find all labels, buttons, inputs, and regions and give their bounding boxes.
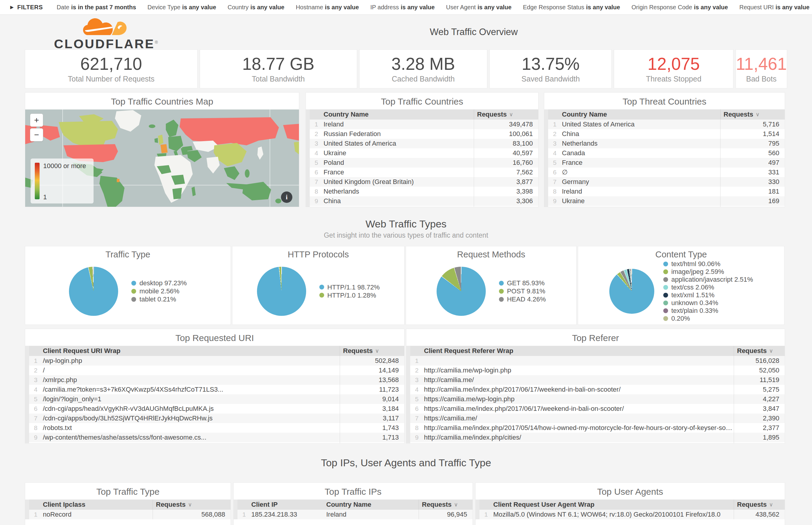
table-row[interactable]: 6 ∅ 331 xyxy=(548,167,785,177)
table-row[interactable]: 5 /login/?login_only=1 9,014 xyxy=(29,394,404,404)
legend-item[interactable]: unknown 0.34% xyxy=(663,300,753,306)
table-row[interactable]: 2 China 1,514 xyxy=(548,129,785,139)
table-row[interactable]: 6 /cdn-cgi/apps/head/xVgyKhR-vV3dAUGhMqf… xyxy=(29,404,404,414)
table-row[interactable]: 6 https://camilia.me/index.php/2017/06/1… xyxy=(410,404,785,414)
table-row[interactable]: 10 Singapore 159 xyxy=(548,206,785,207)
table-row[interactable]: 2 / 14,149 xyxy=(29,365,404,375)
filter-predicate: is any value xyxy=(325,4,359,11)
legend-item[interactable]: POST 9.81% xyxy=(499,288,546,295)
table-row[interactable]: 9 http://camilia.me/index.php/cities/ 1,… xyxy=(410,433,785,442)
table-row[interactable]: 1 /wp-login.php 502,848 xyxy=(29,356,404,365)
filter-chip[interactable]: Request URIis any value xyxy=(739,4,810,11)
legend-item[interactable]: text/xml 1.51% xyxy=(663,292,753,298)
table-row[interactable]: 9 China 3,306 xyxy=(310,196,538,206)
http-protocols-pie-chart[interactable] xyxy=(257,267,306,316)
legend-item[interactable]: tablet 0.21% xyxy=(131,296,187,303)
world-map[interactable]: + − 10000 or more 1 i xyxy=(25,109,299,207)
legend-item[interactable]: GET 85.93% xyxy=(499,280,546,286)
filter-predicate: is any value xyxy=(182,4,216,11)
table-row[interactable]: 3 Netherlands 795 xyxy=(548,139,785,148)
table-row[interactable]: 4 /camilia.me?token=s3+7k6XQvKwzp5/4XSs4… xyxy=(29,385,404,394)
legend-item[interactable]: mobile 2.56% xyxy=(131,288,187,295)
table-row[interactable]: 10 Canada 2,215 xyxy=(310,206,538,207)
legend-item[interactable]: HTTP/1.0 1.28% xyxy=(319,292,380,299)
column-requests-sort[interactable]: Requests∨ xyxy=(340,346,404,356)
registered-mark: ® xyxy=(155,40,159,45)
filters-label[interactable]: FILTERS xyxy=(17,4,43,11)
table-row[interactable]: 9 /wp-content/themes/ashe/assets/css/fon… xyxy=(29,433,404,442)
filter-chip[interactable]: Hostnameis any value xyxy=(296,4,359,11)
table-row[interactable]: 10 http://camilia.me/index.php/about/ 1,… xyxy=(410,442,785,444)
table-row[interactable]: 8 Netherlands 3,398 xyxy=(310,187,538,196)
table-row[interactable]: 8 Ireland 181 xyxy=(548,187,785,196)
table-row[interactable]: 3 http://camilia.me/ 11,519 xyxy=(410,375,785,385)
row-requests: 1,672 xyxy=(340,442,404,444)
legend-item[interactable]: 0.20% xyxy=(663,315,753,322)
filter-chip[interactable]: Device Typeis any value xyxy=(148,4,216,11)
column-requests-sort[interactable]: Requests∨ xyxy=(734,346,785,356)
legend-label: text/css 2.06% xyxy=(671,284,714,291)
filter-chip[interactable]: Edge Response Statusis any value xyxy=(523,4,620,11)
column-requests-sort[interactable]: Requests∨ xyxy=(474,109,538,120)
table-row[interactable]: 1 Ireland 349,478 xyxy=(310,120,538,129)
column-requests-sort[interactable]: Requests∨ xyxy=(734,499,785,510)
legend-item[interactable]: image/jpeg 2.59% xyxy=(663,269,753,275)
column-requests-sort[interactable]: Requests∨ xyxy=(418,499,473,510)
stat-value: 621,710 xyxy=(80,55,142,73)
legend-item[interactable]: desktop 97.23% xyxy=(131,280,187,286)
table-row[interactable]: 4 Canada 560 xyxy=(548,148,785,158)
table-row[interactable]: 2 Russian Federation 100,061 xyxy=(310,129,538,139)
row-uri: /cdn-cgi/apps/body/3Lh52SjWTQ4HRlErJykHq… xyxy=(41,415,340,422)
row-rank: 2 xyxy=(548,130,560,137)
table-row[interactable]: 1 noRecord 568,088 xyxy=(29,510,231,519)
table-row[interactable]: 5 https://camilia.me/wp-login.php 4,227 xyxy=(410,394,785,404)
table-row[interactable]: 2 http://camilia.me/wp-login.php 52,050 xyxy=(410,365,785,375)
legend-item[interactable]: application/javascript 2.51% xyxy=(663,276,753,283)
table-row[interactable]: 6 France 7,562 xyxy=(310,167,538,177)
table-row[interactable]: 1 516,028 xyxy=(410,356,785,365)
table-row[interactable]: 7 https://camilia.me/ 2,390 xyxy=(410,414,785,423)
table-row[interactable]: 3 United States of America 83,100 xyxy=(310,139,538,148)
table-row[interactable]: 9 Ukraine 169 xyxy=(548,196,785,206)
filter-chip[interactable]: Origin Response Codeis any value xyxy=(632,4,728,11)
table-row[interactable]: 7 /cdn-cgi/apps/body/3Lh52SjWTQ4HRlErJyk… xyxy=(29,414,404,423)
section-title: Web Traffic Types xyxy=(0,217,812,230)
table-row[interactable]: 7 United Kingdom (Great Britain) 3,877 xyxy=(310,177,538,187)
filters-caret-icon[interactable]: ▶ xyxy=(10,4,14,10)
table-row[interactable]: 5 Poland 16,760 xyxy=(310,158,538,167)
map-zoom-in-button[interactable]: + xyxy=(30,114,43,127)
map-info-icon[interactable]: i xyxy=(281,192,292,203)
table-row[interactable]: 1 United States of America 5,716 xyxy=(548,120,785,129)
legend-item[interactable]: HEAD 4.26% xyxy=(499,296,546,303)
table-row[interactable]: 5 France 497 xyxy=(548,158,785,167)
content-type-pie-chart[interactable] xyxy=(609,269,654,314)
traffic-type-pie-chart[interactable] xyxy=(69,267,118,316)
top-requested-uri-table: Client Request URI Wrap Requests∨ 1 /wp-… xyxy=(25,346,404,444)
row-requests: 11,519 xyxy=(734,375,785,385)
filter-chip[interactable]: Dateis in the past 7 months xyxy=(57,4,136,11)
table-row[interactable]: 1 Mozilla/5.0 (Windows NT 6.1; WOW64; rv… xyxy=(479,510,785,519)
request-methods-pie-chart[interactable] xyxy=(437,267,486,316)
table-header: Client IP Country Name Requests∨ xyxy=(237,499,473,510)
stats-row: 621,710 Total Number of Requests 18.77 G… xyxy=(25,49,787,88)
table-row[interactable]: 1 185.234.218.33 Ireland 96,945 xyxy=(237,510,473,519)
legend-item[interactable]: text/plain 0.33% xyxy=(663,308,753,314)
filter-bar: ▶ FILTERS Dateis in the past 7 months De… xyxy=(0,0,812,15)
column-requests-sort[interactable]: Requests∨ xyxy=(153,499,231,510)
table-row[interactable]: 10 /wp-content/themes/ashe/style.css?ver… xyxy=(29,442,404,444)
legend-item[interactable]: HTTP/1.1 98.72% xyxy=(319,284,380,291)
table-row[interactable]: 4 http://camilia.me/index.php/2017/06/17… xyxy=(410,385,785,394)
table-row[interactable]: 8 /robots.txt 1,743 xyxy=(29,423,404,433)
legend-item[interactable]: text/html 90.06% xyxy=(663,261,753,267)
column-requests-sort[interactable]: Requests∨ xyxy=(720,109,785,120)
stat-label: Total Bandwidth xyxy=(252,75,305,83)
table-row[interactable]: 8 http://camilia.me/index.php/2017/05/14… xyxy=(410,423,785,433)
filter-chip[interactable]: User Agentis any value xyxy=(446,4,512,11)
table-row[interactable]: 7 Germany 330 xyxy=(548,177,785,187)
filter-chip[interactable]: Countryis any value xyxy=(227,4,284,11)
table-row[interactable]: 4 Ukraine 40,597 xyxy=(310,148,538,158)
legend-item[interactable]: text/css 2.06% xyxy=(663,284,753,291)
table-row[interactable]: 3 /xmlrpc.php 13,568 xyxy=(29,375,404,385)
map-zoom-out-button[interactable]: − xyxy=(30,128,43,141)
filter-chip[interactable]: IP addressis any value xyxy=(370,4,435,11)
